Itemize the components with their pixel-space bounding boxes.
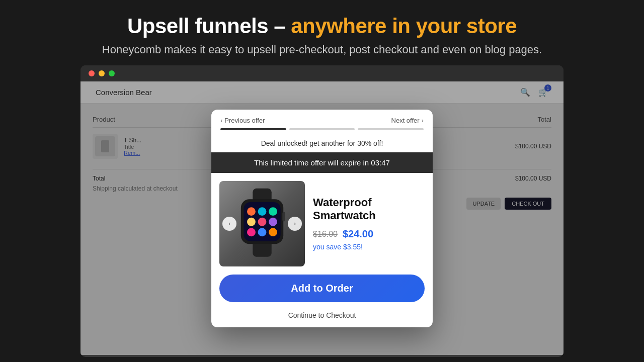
svg-point-12 (247, 228, 256, 236)
product-info: Waterproof Smartwatch $16.00 $24.00 you … (313, 196, 425, 251)
svg-point-13 (258, 228, 267, 236)
carousel-prev-button[interactable]: ‹ (222, 217, 236, 231)
price-savings: you save $3.55! (313, 243, 425, 251)
upsell-modal: ‹ Previous offer Next offer › Deal unloc… (211, 110, 433, 327)
browser-chrome (80, 65, 564, 81)
modal-overlay: ‹ Previous offer Next offer › Deal unloc… (80, 81, 564, 355)
progress-bar-1 (220, 128, 286, 130)
chevron-left-icon: ‹ (220, 117, 222, 124)
browser-content: Conversion Bear 🔍 🛒 1 Product Total (80, 81, 564, 355)
chevron-right-icon: › (422, 117, 424, 124)
progress-bar-2 (289, 128, 355, 130)
price-original: $16.00 (313, 230, 338, 239)
browser-dot-yellow (99, 70, 105, 76)
page-title: Upsell funnels – anywhere in your store (20, 14, 624, 38)
browser-dot-green (109, 70, 115, 76)
product-image-wrapper: ‹ › (219, 181, 305, 266)
prev-offer-button[interactable]: ‹ Previous offer (220, 117, 265, 124)
svg-point-6 (247, 207, 256, 216)
price-sale: $24.00 (343, 228, 373, 240)
continue-to-checkout-link[interactable]: Continue to Checkout (211, 308, 433, 327)
product-pricing: $16.00 $24.00 (313, 228, 425, 240)
next-offer-button[interactable]: Next offer › (391, 117, 424, 124)
svg-point-11 (269, 217, 277, 226)
svg-point-8 (269, 207, 277, 216)
svg-point-14 (269, 228, 277, 236)
svg-point-9 (247, 217, 256, 226)
modal-deal-text: Deal unlocked! get another for 30% off! (211, 136, 433, 152)
browser-dot-red (89, 70, 95, 76)
svg-point-10 (258, 217, 267, 226)
modal-timer: This limited time offer will expire in 0… (211, 152, 433, 173)
page-header: Upsell funnels – anywhere in your store … (0, 0, 644, 65)
progress-bar-3 (358, 128, 424, 130)
modal-progress (211, 128, 433, 136)
svg-rect-15 (282, 212, 285, 221)
svg-point-7 (258, 207, 267, 216)
browser-window: Conversion Bear 🔍 🛒 1 Product Total (80, 65, 564, 357)
page-subtitle: Honeycomb makes it easy to upsell pre-ch… (20, 43, 624, 56)
modal-product: ‹ › Waterproof Smartwatch $16.00 $24.00 … (211, 173, 433, 275)
product-name: Waterproof Smartwatch (313, 196, 425, 223)
add-to-order-button[interactable]: Add to Order (219, 275, 425, 302)
modal-nav: ‹ Previous offer Next offer › (211, 110, 433, 128)
carousel-next-button[interactable]: › (288, 217, 302, 231)
